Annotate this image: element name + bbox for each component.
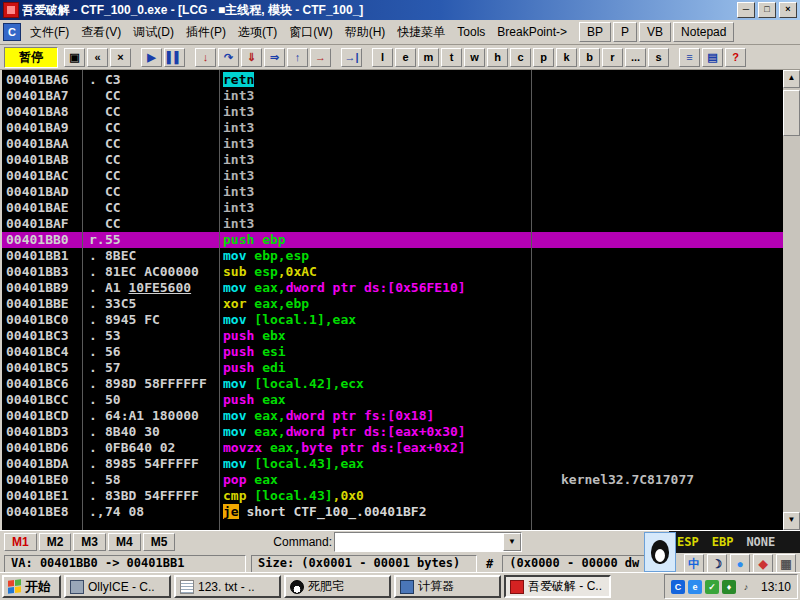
toolbar-handles-window-button[interactable]: h	[487, 48, 508, 67]
disasm-row[interactable]: 00401BD3.8B40 30mov eax,dword ptr ds:[ea…	[2, 424, 783, 440]
close-button[interactable]: ×	[779, 2, 797, 18]
scroll-down-icon[interactable]: ▼	[783, 512, 800, 530]
toolbar-help-button[interactable]: ?	[725, 48, 746, 67]
disasm-row[interactable]: 00401BE1.83BD 54FFFFFcmp [local.43],0x0	[2, 488, 783, 504]
toolbar-close-program-button[interactable]: ×	[110, 48, 131, 67]
toolbar-step-into-button[interactable]: ↓	[195, 48, 216, 67]
command-input[interactable]: ▼	[334, 532, 522, 552]
column-divider[interactable]	[219, 70, 220, 530]
disasm-row[interactable]: 00401BB9.A1 10FE5600mov eax,dword ptr ds…	[2, 280, 783, 296]
disasm-row[interactable]: 00401BAFCCint3	[2, 216, 783, 232]
toolbar-pause-execution-button[interactable]: ▌▌	[164, 48, 185, 67]
scrollbar-track[interactable]	[783, 88, 800, 512]
disasm-row[interactable]: 00401BABCCint3	[2, 152, 783, 168]
maximize-button[interactable]: □	[758, 2, 776, 18]
menu-item[interactable]: 窗口(W)	[283, 21, 338, 44]
disasm-row[interactable]: 00401BE0.58pop eaxkernel32.7C817077	[2, 472, 783, 488]
tab-m1[interactable]: M1	[4, 533, 37, 551]
toolbar-references-window-button[interactable]: r	[602, 48, 623, 67]
toolbar-cpu-window-button[interactable]: c	[510, 48, 531, 67]
toolbar-log-window-button[interactable]: l	[372, 48, 393, 67]
tray-messenger-icon[interactable]: e	[688, 580, 702, 594]
tray-volume-icon[interactable]: ♪	[739, 580, 753, 594]
task-ollyice[interactable]: OllyICE - C..	[64, 575, 171, 598]
toolbar-windows-window-button[interactable]: w	[464, 48, 485, 67]
disasm-row[interactable]: 00401BBE.33C5xor eax,ebp	[2, 296, 783, 312]
disasm-row[interactable]: 00401BC3.53push ebx	[2, 328, 783, 344]
disassembly-pane[interactable]: 00401BA6.C3retn00401BA7CCint300401BA8CCi…	[2, 70, 783, 530]
disasm-row[interactable]: 00401BA7CCint3	[2, 88, 783, 104]
toolbar-run-to-selection-button[interactable]: →|	[341, 48, 362, 67]
tray-antivirus-icon[interactable]: ✓	[705, 580, 719, 594]
disasm-row[interactable]: 00401BA6.C3retn	[2, 72, 783, 88]
menu-item[interactable]: Tools	[451, 22, 491, 42]
soft-keyboard-icon[interactable]: ▦	[776, 554, 796, 574]
disasm-row[interactable]: 00401BCD.64:A1 180000mov eax,dword ptr f…	[2, 408, 783, 424]
disasm-row[interactable]: 00401BC0.8945 FCmov [local.1],eax	[2, 312, 783, 328]
task-calculator[interactable]: 计算器	[394, 575, 501, 598]
menu-item[interactable]: 选项(T)	[232, 21, 283, 44]
punctuation-icon[interactable]: ●	[730, 554, 750, 574]
menu-button[interactable]: VB	[639, 22, 671, 42]
tray-security-icon[interactable]: ♦	[722, 580, 736, 594]
vertical-scrollbar[interactable]: ▲ ▼	[783, 70, 800, 530]
toolbar-step-over-button[interactable]: ↷	[218, 48, 239, 67]
tab-m2[interactable]: M2	[39, 533, 72, 551]
toolbar-attach-button[interactable]: ▣	[64, 48, 85, 67]
menu-item[interactable]: 快捷菜单	[391, 21, 451, 44]
dropdown-arrow-icon[interactable]: ▼	[503, 533, 521, 551]
chinese-input-icon[interactable]: 中	[684, 554, 704, 574]
minimize-button[interactable]: ─	[737, 2, 755, 18]
tab-m4[interactable]: M4	[108, 533, 141, 551]
disasm-row[interactable]: 00401BDA.8985 54FFFFFmov [local.43],eax	[2, 456, 783, 472]
menu-button[interactable]: BP	[579, 22, 611, 42]
toolbar-threads-window-button[interactable]: t	[441, 48, 462, 67]
menu-button[interactable]: P	[613, 22, 637, 42]
ime-tools-icon[interactable]: ◆	[753, 554, 773, 574]
toolbar-run-button[interactable]: ▶	[141, 48, 162, 67]
disasm-row[interactable]: 00401BA8CCint3	[2, 104, 783, 120]
column-divider[interactable]	[531, 70, 532, 530]
toolbar-execute-till-return-button[interactable]: ↑	[287, 48, 308, 67]
toolbar-execute-till-user-button[interactable]: →	[310, 48, 331, 67]
disasm-row[interactable]: 00401BCC.50push eax	[2, 392, 783, 408]
column-divider[interactable]	[82, 70, 83, 530]
disasm-row[interactable]: 00401BB0r.55push ebp	[2, 232, 783, 248]
toolbar-appearance-button[interactable]: ▤	[702, 48, 723, 67]
qq-pet-widget[interactable]	[644, 532, 676, 572]
toolbar-call-stack-window-button[interactable]: k	[556, 48, 577, 67]
disasm-row[interactable]: 00401BAACCint3	[2, 136, 783, 152]
menu-button[interactable]: Notepad	[673, 22, 734, 42]
menu-item[interactable]: 查看(V)	[75, 21, 127, 44]
disasm-row[interactable]: 00401BC6.898D 58FFFFFFmov [local.42],ecx	[2, 376, 783, 392]
disasm-row[interactable]: 00401BACCCint3	[2, 168, 783, 184]
toolbar-source-window-button[interactable]: s	[648, 48, 669, 67]
disasm-row[interactable]: 00401BD6.0FB640 02movzx eax,byte ptr ds:…	[2, 440, 783, 456]
toolbar-animate-into-button[interactable]: ⇓	[241, 48, 262, 67]
toolbar-executables-window-button[interactable]: e	[395, 48, 416, 67]
disasm-row[interactable]: 00401BAECCint3	[2, 200, 783, 216]
toolbar-animate-over-button[interactable]: ⇒	[264, 48, 285, 67]
toolbar-patches-window-button[interactable]: p	[533, 48, 554, 67]
task-52pojie-debugger[interactable]: 吾爱破解 - C..	[504, 575, 611, 598]
tab-m5[interactable]: M5	[143, 533, 176, 551]
title-bar[interactable]: 吾爱破解 - CTF_100_0.exe - [LCG - ■主线程, 模块 -…	[0, 0, 800, 20]
task-notepad-123txt[interactable]: 123. txt - ..	[174, 575, 281, 598]
tab-m3[interactable]: M3	[73, 533, 106, 551]
toolbar-memory-window-button[interactable]: m	[418, 48, 439, 67]
scroll-up-icon[interactable]: ▲	[783, 70, 800, 88]
toolbar-run-trace-window-button[interactable]: ...	[625, 48, 646, 67]
disasm-row[interactable]: 00401BC4.56push esi	[2, 344, 783, 360]
disasm-row[interactable]: 00401BE8.,74 08je short CTF_100_.00401BF…	[2, 504, 783, 520]
toolbar-breakpoints-window-button[interactable]: b	[579, 48, 600, 67]
start-button[interactable]: 开始	[2, 575, 61, 598]
toolbar-restart-button[interactable]: «	[87, 48, 108, 67]
disasm-row[interactable]: 00401BC5.57push edi	[2, 360, 783, 376]
scrollbar-thumb[interactable]	[783, 90, 800, 136]
task-qq-chat[interactable]: 死肥宅	[284, 575, 391, 598]
menu-item[interactable]: 插件(P)	[180, 21, 232, 44]
menu-item[interactable]: BreakPoint->	[491, 22, 573, 42]
disasm-row[interactable]: 00401BA9CCint3	[2, 120, 783, 136]
toolbar-options-button[interactable]: ≡	[679, 48, 700, 67]
disasm-row[interactable]: 00401BADCCint3	[2, 184, 783, 200]
